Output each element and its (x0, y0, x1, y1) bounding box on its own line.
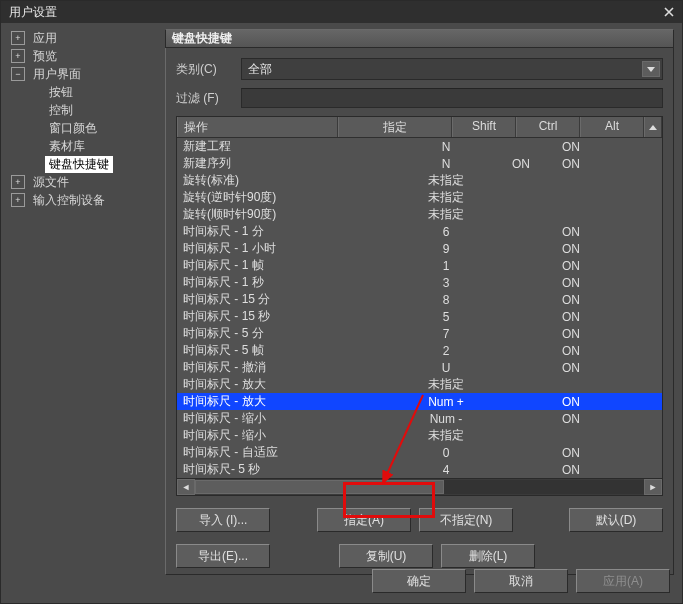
col-ctrl[interactable]: Ctrl (516, 117, 580, 137)
tree-item[interactable]: 键盘快捷键 (9, 155, 157, 173)
table-row[interactable]: 时间标尺- 5 秒4ON (177, 461, 662, 478)
tree-collapse-icon[interactable]: − (11, 67, 25, 81)
cell-ctrl: ON (546, 463, 596, 477)
import-button[interactable]: 导入 (I)... (176, 508, 270, 532)
cell-action: 新建序列 (177, 155, 396, 172)
cell-ctrl: ON (546, 327, 596, 341)
cell-assign: 5 (396, 310, 496, 324)
table-row[interactable]: 新建工程NON (177, 138, 662, 155)
scroll-thumb[interactable] (195, 480, 444, 494)
tree-item[interactable]: +预览 (9, 47, 157, 65)
table-row[interactable]: 时间标尺 - 自适应0ON (177, 444, 662, 461)
scroll-track[interactable] (195, 480, 644, 494)
category-combo[interactable]: 全部 (241, 58, 663, 80)
table-row[interactable]: 时间标尺 - 15 分8ON (177, 291, 662, 308)
export-button[interactable]: 导出(E)... (176, 544, 270, 568)
table-row[interactable]: 时间标尺 - 1 秒3ON (177, 274, 662, 291)
cell-action: 时间标尺 - 5 帧 (177, 342, 396, 359)
tree-item[interactable]: +应用 (9, 29, 157, 47)
tree-expand-icon[interactable]: + (11, 49, 25, 63)
filter-label: 过滤 (F) (176, 90, 231, 107)
cell-action: 时间标尺 - 15 分 (177, 291, 396, 308)
table-row[interactable]: 时间标尺 - 放大Num +ON (177, 393, 662, 410)
cell-assign: 4 (396, 463, 496, 477)
cell-action: 时间标尺 - 5 分 (177, 325, 396, 342)
close-icon[interactable] (660, 5, 678, 19)
cell-assign: 未指定 (396, 427, 496, 444)
cell-assign: 未指定 (396, 376, 496, 393)
tree-item[interactable]: −用户界面 (9, 65, 157, 83)
cell-action: 新建工程 (177, 138, 396, 155)
shortcut-table: 操作 指定 Shift Ctrl Alt 新建工程NON新建序列NONON旋转(… (176, 116, 663, 496)
tree-item-label: 控制 (45, 102, 77, 119)
delete-button[interactable]: 删除(L) (441, 544, 535, 568)
scroll-up-icon[interactable] (644, 117, 662, 137)
tree-item-label: 键盘快捷键 (45, 156, 113, 173)
table-row[interactable]: 新建序列NONON (177, 155, 662, 172)
cell-action: 时间标尺 - 放大 (177, 393, 396, 410)
table-row[interactable]: 时间标尺 - 1 分6ON (177, 223, 662, 240)
table-row[interactable]: 时间标尺 - 撤消UON (177, 359, 662, 376)
table-row[interactable]: 时间标尺 - 缩小未指定 (177, 427, 662, 444)
col-action[interactable]: 操作 (177, 117, 338, 137)
title-bar[interactable]: 用户设置 (1, 1, 682, 23)
cancel-button[interactable]: 取消 (474, 569, 568, 593)
apply-button[interactable]: 应用(A) (576, 569, 670, 593)
tree-item[interactable]: +输入控制设备 (9, 191, 157, 209)
cell-assign: 未指定 (396, 189, 496, 206)
tree-item[interactable]: +源文件 (9, 173, 157, 191)
col-assign[interactable]: 指定 (338, 117, 452, 137)
table-row[interactable]: 时间标尺 - 放大未指定 (177, 376, 662, 393)
cell-shift: ON (496, 157, 546, 171)
cell-assign: Num - (396, 412, 496, 426)
table-row[interactable]: 时间标尺 - 1 小时9ON (177, 240, 662, 257)
default-button[interactable]: 默认(D) (569, 508, 663, 532)
table-row[interactable]: 旋转(标准)未指定 (177, 172, 662, 189)
tree-item[interactable]: 素材库 (9, 137, 157, 155)
table-row[interactable]: 时间标尺 - 5 帧2ON (177, 342, 662, 359)
cell-action: 时间标尺 - 1 秒 (177, 274, 396, 291)
horizontal-scrollbar[interactable]: ◄ ► (177, 478, 662, 495)
table-row[interactable]: 时间标尺 - 5 分7ON (177, 325, 662, 342)
cell-ctrl: ON (546, 395, 596, 409)
cell-assign: N (396, 140, 496, 154)
table-row[interactable]: 旋转(逆时针90度)未指定 (177, 189, 662, 206)
chevron-down-icon[interactable] (642, 61, 660, 77)
table-row[interactable]: 旋转(顺时针90度)未指定 (177, 206, 662, 223)
user-settings-dialog: 用户设置 +应用+预览−用户界面按钮控制窗口颜色素材库键盘快捷键+源文件+输入控… (0, 0, 683, 604)
cell-ctrl: ON (546, 259, 596, 273)
col-shift[interactable]: Shift (452, 117, 516, 137)
tree-item[interactable]: 按钮 (9, 83, 157, 101)
cell-ctrl: ON (546, 157, 596, 171)
cell-action: 时间标尺- 5 秒 (177, 461, 396, 478)
category-label: 类别(C) (176, 61, 231, 78)
cell-assign: 8 (396, 293, 496, 307)
tree-item-label: 按钮 (45, 84, 77, 101)
table-row[interactable]: 时间标尺 - 1 帧1ON (177, 257, 662, 274)
table-row[interactable]: 时间标尺 - 缩小Num -ON (177, 410, 662, 427)
scroll-right-icon[interactable]: ► (644, 479, 662, 495)
cell-ctrl: ON (546, 446, 596, 460)
assign-button[interactable]: 指定(A) (317, 508, 411, 532)
copy-button[interactable]: 复制(U) (339, 544, 433, 568)
tree-item[interactable]: 控制 (9, 101, 157, 119)
table-row[interactable]: 时间标尺 - 15 秒5ON (177, 308, 662, 325)
filter-input[interactable] (241, 88, 663, 108)
ok-button[interactable]: 确定 (372, 569, 466, 593)
col-alt[interactable]: Alt (580, 117, 644, 137)
scroll-left-icon[interactable]: ◄ (177, 479, 195, 495)
cell-assign: 9 (396, 242, 496, 256)
cell-action: 时间标尺 - 自适应 (177, 444, 396, 461)
tree-item-label: 窗口颜色 (45, 120, 101, 137)
cell-action: 时间标尺 - 放大 (177, 376, 396, 393)
cell-ctrl: ON (546, 140, 596, 154)
tree-expand-icon[interactable]: + (11, 31, 25, 45)
tree-item[interactable]: 窗口颜色 (9, 119, 157, 137)
cell-ctrl: ON (546, 242, 596, 256)
unassign-button[interactable]: 不指定(N) (419, 508, 513, 532)
cell-action: 时间标尺 - 1 小时 (177, 240, 396, 257)
tree-expand-icon[interactable]: + (11, 175, 25, 189)
category-tree[interactable]: +应用+预览−用户界面按钮控制窗口颜色素材库键盘快捷键+源文件+输入控制设备 (9, 29, 157, 561)
tree-expand-icon[interactable]: + (11, 193, 25, 207)
cell-assign: 2 (396, 344, 496, 358)
